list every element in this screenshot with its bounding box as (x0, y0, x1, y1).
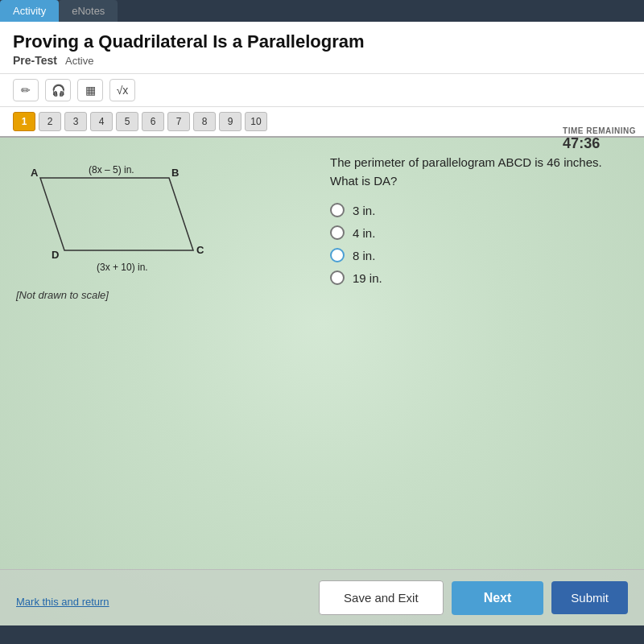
radio-2[interactable] (330, 248, 345, 262)
main-container: Proving a Quadrilateral Is a Parallelogr… (0, 22, 644, 625)
diagram-container: A B C D (8x – 5) in. (3x + 10) in. (16, 154, 225, 283)
pencil-button[interactable]: ✏ (13, 79, 39, 101)
top-side-label: (8x – 5) in. (89, 164, 134, 175)
radio-3[interactable] (330, 270, 345, 285)
option-item-2[interactable]: 8 in. (330, 248, 628, 262)
vertex-c-label: C (196, 244, 204, 256)
sqrt-button[interactable]: √x (109, 79, 135, 101)
footer: Mark this and return Save and Exit Next … (0, 569, 644, 625)
vertex-a-label: A (31, 167, 39, 179)
sqrt-icon: √x (117, 84, 129, 97)
tab-activity[interactable]: Activity (0, 0, 59, 22)
calculator-button[interactable]: ▦ (77, 79, 103, 101)
option-item-3[interactable]: 19 in. (330, 270, 628, 285)
submit-button[interactable]: Submit (551, 581, 628, 614)
radio-0[interactable] (330, 203, 345, 217)
mark-return-link[interactable]: Mark this and return (16, 596, 109, 608)
tab-bar: Activity eNotes (0, 0, 644, 22)
status-badge: Active (65, 55, 93, 67)
option-label-3: 19 in. (353, 271, 382, 285)
left-panel: A B C D (8x – 5) in. (3x + 10) in. [Not … (16, 154, 314, 301)
q-num-2[interactable]: 2 (39, 112, 61, 131)
timer-label: TIME REMAINING (563, 126, 636, 135)
not-drawn-label: [Not drawn to scale] (16, 289, 314, 301)
q-num-10[interactable]: 10 (245, 112, 267, 131)
bottom-side-label: (3x + 10) in. (97, 262, 148, 273)
pencil-icon: ✏ (21, 84, 31, 97)
option-label-1: 4 in. (353, 226, 375, 240)
toolbar: ✏ 🎧 ▦ √x (0, 74, 644, 107)
vertex-d-label: D (52, 249, 59, 261)
q-num-4[interactable]: 4 (90, 112, 113, 131)
q-num-7[interactable]: 7 (167, 112, 190, 131)
question-text: The perimeter of parallelogram ABCD is 4… (330, 154, 628, 190)
q-num-8[interactable]: 8 (193, 112, 216, 131)
q-num-3[interactable]: 3 (64, 112, 87, 131)
tab-enotes[interactable]: eNotes (59, 0, 118, 22)
q-num-5[interactable]: 5 (116, 112, 138, 131)
svg-marker-0 (40, 178, 193, 250)
headphone-icon: 🎧 (52, 84, 65, 97)
vertex-b-label: B (171, 167, 179, 179)
header: Proving a Quadrilateral Is a Parallelogr… (0, 22, 644, 74)
page-title: Proving a Quadrilateral Is a Parallelogr… (13, 31, 631, 52)
save-exit-button[interactable]: Save and Exit (319, 580, 444, 615)
option-label-2: 8 in. (353, 249, 375, 262)
calculator-icon: ▦ (85, 84, 96, 97)
q-num-6[interactable]: 6 (142, 112, 164, 131)
q-num-9[interactable]: 9 (219, 112, 242, 131)
content-area: A B C D (8x – 5) in. (3x + 10) in. [Not … (0, 138, 644, 317)
question-nav: 1 2 3 4 5 6 7 8 9 10 (0, 107, 644, 138)
option-item-0[interactable]: 3 in. (330, 203, 628, 217)
next-button[interactable]: Next (452, 581, 544, 615)
option-label-0: 3 in. (353, 204, 375, 217)
options-list: 3 in. 4 in. 8 in. 19 in. (330, 203, 628, 285)
right-panel: The perimeter of parallelogram ABCD is 4… (330, 154, 628, 301)
option-item-1[interactable]: 4 in. (330, 225, 628, 240)
radio-1[interactable] (330, 225, 345, 240)
subtitle-row: Pre-Test Active (13, 54, 631, 67)
q-num-1[interactable]: 1 (13, 112, 35, 131)
headphone-button[interactable]: 🎧 (45, 79, 71, 101)
pre-test-label: Pre-Test (13, 54, 57, 67)
